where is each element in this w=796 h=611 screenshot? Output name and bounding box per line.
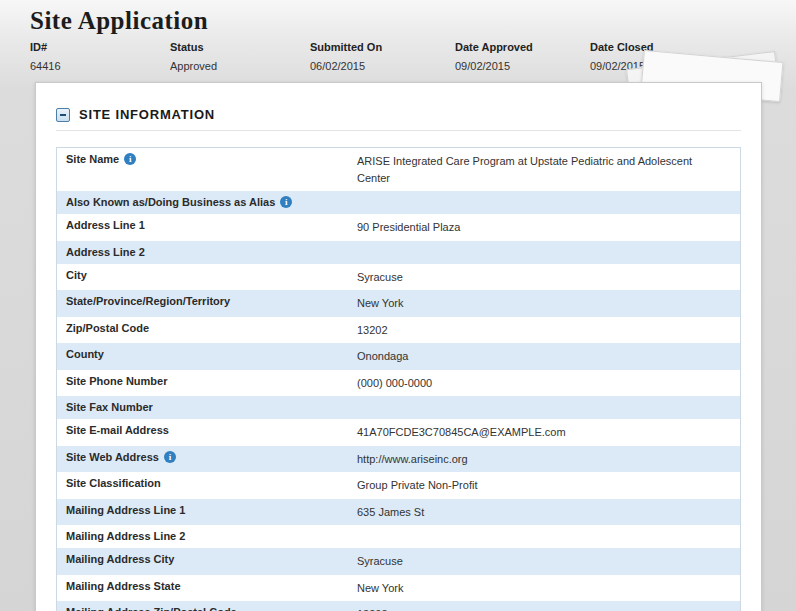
field-value: 13203: [357, 601, 740, 611]
field-value: New York: [357, 575, 740, 602]
field-value: New York: [357, 290, 740, 317]
header-field-label: ID#: [30, 41, 170, 60]
section-title: SITE INFORMATION: [79, 107, 215, 122]
field-label: Address Line 1: [57, 214, 357, 241]
header-field-label: Date Approved: [455, 41, 590, 60]
field-label-text: Mailing Address City: [66, 553, 174, 565]
field-label-text: City: [66, 269, 87, 281]
field-value: [357, 191, 740, 214]
header-field: Submitted On06/02/2015: [310, 41, 455, 72]
table-row: Site Web Addressihttp://www.ariseinc.org: [57, 446, 740, 473]
field-label: City: [57, 264, 357, 291]
site-info-table: Site NameiARISE Integrated Care Program …: [56, 147, 741, 611]
table-row: Mailing Address Line 1635 James St: [57, 499, 740, 526]
field-label-text: Site Classification: [66, 477, 161, 489]
field-label-text: Mailing Address Zip/Postal Code: [66, 606, 237, 611]
header-field: ID#64416: [30, 41, 170, 72]
field-value: 41A70FCDE3C70845CA@EXAMPLE.com: [357, 419, 740, 446]
info-icon[interactable]: i: [164, 451, 176, 463]
field-label: Zip/Postal Code: [57, 317, 357, 344]
header-field: Date Approved09/02/2015: [455, 41, 590, 72]
field-label-text: Mailing Address Line 2: [66, 530, 185, 542]
field-label: Mailing Address Line 1: [57, 499, 357, 526]
field-label-text: Site Phone Number: [66, 375, 167, 387]
field-label: Site E-mail Address: [57, 419, 357, 446]
table-row: Site E-mail Address41A70FCDE3C70845CA@EX…: [57, 419, 740, 446]
field-label: Mailing Address City: [57, 548, 357, 575]
field-value: [357, 396, 740, 419]
table-row: Mailing Address StateNew York: [57, 575, 740, 602]
field-value: 635 James St: [357, 499, 740, 526]
field-label-text: Site Fax Number: [66, 401, 153, 413]
field-value: Group Private Non-Profit: [357, 472, 740, 499]
header-field-label: Submitted On: [310, 41, 455, 60]
header-field: StatusApproved: [170, 41, 310, 72]
field-label: Site Fax Number: [57, 396, 357, 419]
table-row: CountyOnondaga: [57, 343, 740, 370]
field-value: [357, 241, 740, 264]
table-row: Site Fax Number: [57, 396, 740, 419]
field-label: Mailing Address Zip/Postal Code: [57, 601, 357, 611]
field-label: Site Web Addressi: [57, 446, 357, 473]
field-label-text: County: [66, 348, 104, 360]
collapse-minus-icon[interactable]: [56, 108, 70, 122]
field-value: Syracuse: [357, 548, 740, 575]
field-value: 13202: [357, 317, 740, 344]
field-label-text: Address Line 1: [66, 219, 145, 231]
field-label: Mailing Address Line 2: [57, 525, 357, 548]
header-field-value: 64416: [30, 60, 170, 72]
field-label: Site Namei: [57, 148, 357, 191]
field-label: County: [57, 343, 357, 370]
field-value: Onondaga: [357, 343, 740, 370]
field-label: Address Line 2: [57, 241, 357, 264]
field-label-text: Site Web Address: [66, 451, 159, 463]
header-field-value: 09/02/2015: [455, 60, 590, 72]
table-row: Address Line 190 Presidential Plaza: [57, 214, 740, 241]
field-value: 90 Presidential Plaza: [357, 214, 740, 241]
table-row: Site ClassificationGroup Private Non-Pro…: [57, 472, 740, 499]
site-information-section-header: SITE INFORMATION: [56, 107, 741, 131]
field-value: [357, 525, 740, 548]
info-icon[interactable]: i: [124, 153, 136, 165]
field-label-text: Mailing Address State: [66, 580, 181, 592]
field-value: ARISE Integrated Care Program at Upstate…: [357, 148, 740, 191]
field-value: (000) 000-0000: [357, 370, 740, 397]
field-label-text: State/Province/Region/Territory: [66, 295, 230, 307]
field-value: Syracuse: [357, 264, 740, 291]
table-row: Mailing Address CitySyracuse: [57, 548, 740, 575]
header-field-value: 06/02/2015: [310, 60, 455, 72]
field-label-text: Address Line 2: [66, 246, 145, 258]
table-row: Also Known as/Doing Business as Aliasi: [57, 191, 740, 214]
table-row: Mailing Address Line 2: [57, 525, 740, 548]
field-label-text: Site E-mail Address: [66, 424, 169, 436]
page-title: Site Application: [0, 0, 796, 37]
table-row: Site NameiARISE Integrated Care Program …: [57, 148, 740, 191]
field-label: State/Province/Region/Territory: [57, 290, 357, 317]
field-label: Also Known as/Doing Business as Aliasi: [57, 191, 357, 214]
table-row: Zip/Postal Code13202: [57, 317, 740, 344]
field-label-text: Mailing Address Line 1: [66, 504, 185, 516]
field-label-text: Site Name: [66, 153, 119, 165]
site-application-card: SITE INFORMATION Site NameiARISE Integra…: [35, 82, 762, 611]
table-row: Mailing Address Zip/Postal Code13203: [57, 601, 740, 611]
header-field-label: Status: [170, 41, 310, 60]
field-value: http://www.ariseinc.org: [357, 446, 740, 473]
header-field-value: Approved: [170, 60, 310, 72]
field-label-text: Zip/Postal Code: [66, 322, 149, 334]
table-row: State/Province/Region/TerritoryNew York: [57, 290, 740, 317]
field-label: Site Phone Number: [57, 370, 357, 397]
info-icon[interactable]: i: [280, 196, 292, 208]
field-label: Mailing Address State: [57, 575, 357, 602]
field-label: Site Classification: [57, 472, 357, 499]
table-row: CitySyracuse: [57, 264, 740, 291]
table-row: Address Line 2: [57, 241, 740, 264]
field-label-text: Also Known as/Doing Business as Alias: [66, 196, 275, 208]
table-row: Site Phone Number(000) 000-0000: [57, 370, 740, 397]
